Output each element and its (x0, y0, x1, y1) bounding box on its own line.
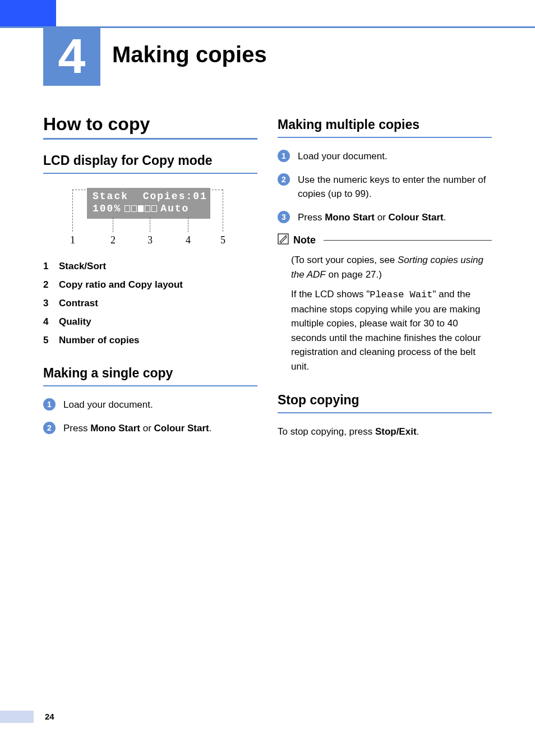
chapter-title: Making copies (112, 42, 267, 67)
step-bullet-icon: 3 (278, 211, 290, 223)
note-header: Note (278, 233, 492, 247)
lcd-quality: Auto (160, 202, 189, 215)
note-label: Note (293, 234, 316, 246)
step-2: 2 Use the numeric keys to enter the numb… (278, 173, 492, 201)
note-icon (278, 233, 289, 247)
step-text: Load your document. (63, 398, 153, 412)
step-text: Press Mono Start or Colour Start. (63, 421, 212, 436)
heading-underline (278, 412, 492, 413)
heading-stop-copying: Stop copying (278, 393, 492, 408)
heading-how-to-copy: How to copy (43, 109, 257, 135)
heading-multiple-copies: Making multiple copies (278, 117, 492, 132)
chapter-number-box: 4 (43, 26, 100, 86)
left-column: How to copy LCD display for Copy mode St… (43, 109, 257, 444)
note-line (324, 240, 492, 241)
note-body: (To sort your copies, see Sorting copies… (291, 253, 492, 374)
step-text: Press Mono Start or Colour Start. (298, 210, 446, 225)
heading-single-copy: Making a single copy (43, 366, 257, 381)
lcd-contrast-bars (124, 205, 157, 212)
legend-item: 2Copy ratio and Copy layout (43, 279, 257, 291)
lcd-stack: Stack (93, 191, 128, 202)
lcd-display: Stack Copies:01 100% Auto (87, 188, 210, 219)
legend-item: 4Quality (43, 316, 257, 328)
legend-item: 5Number of copies (43, 335, 257, 346)
svg-rect-0 (278, 234, 288, 244)
step-2: 2 Press Mono Start or Colour Start. (43, 421, 257, 436)
step-bullet-icon: 1 (278, 150, 290, 162)
step-bullet-icon: 1 (43, 398, 56, 411)
header-color-block (0, 0, 56, 26)
legend-item: 1Stack/Sort (43, 261, 257, 272)
legend-item: 3Contrast (43, 298, 257, 309)
heading-underline (278, 137, 492, 138)
step-text: Load your document. (298, 149, 388, 164)
stop-copying-text: To stop copying, press Stop/Exit. (278, 425, 492, 439)
heading-underline (43, 138, 257, 140)
heading-lcd-display: LCD display for Copy mode (43, 153, 257, 168)
lcd-ratio: 100% (93, 202, 121, 215)
lcd-copies: Copies:01 (143, 191, 207, 202)
step-text: Use the numeric keys to enter the number… (298, 173, 492, 201)
step-1: 1 Load your document. (278, 149, 492, 164)
lcd-figure: Stack Copies:01 100% Auto 1 2 (59, 185, 257, 250)
step-3: 3 Press Mono Start or Colour Start. (278, 210, 492, 225)
step-bullet-icon: 2 (278, 173, 290, 186)
step-bullet-icon: 2 (43, 422, 56, 434)
page-number: 24 (45, 712, 54, 721)
step-1: 1 Load your document. (43, 398, 257, 412)
right-column: Making multiple copies 1 Load your docum… (278, 109, 492, 444)
footer-color-block (0, 711, 34, 723)
heading-underline (43, 173, 257, 174)
heading-underline (43, 385, 257, 386)
lcd-legend: 1Stack/Sort 2Copy ratio and Copy layout … (43, 261, 257, 346)
content-columns: How to copy LCD display for Copy mode St… (43, 109, 492, 444)
